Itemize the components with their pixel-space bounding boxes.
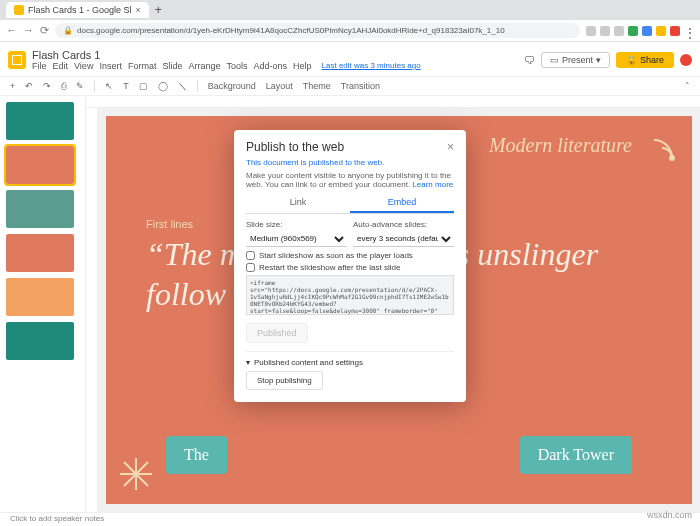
learn-more-link[interactable]: Learn more <box>412 180 453 189</box>
published-note: This document is published to the web. <box>246 158 454 167</box>
checkbox-start-slideshow[interactable]: Start slideshow as soon as the player lo… <box>246 251 454 260</box>
auto-advance-label: Auto-advance slides: <box>353 220 454 229</box>
slide-size-select[interactable]: Medium (960x569) <box>246 231 347 247</box>
published-button: Published <box>246 323 308 343</box>
chevron-down-icon[interactable]: ▾ <box>246 358 250 367</box>
publish-web-dialog: Publish to the web × This document is pu… <box>234 130 466 402</box>
checkbox-label: Restart the slideshow after the last sli… <box>259 263 400 272</box>
stop-publishing-button[interactable]: Stop publishing <box>246 371 323 390</box>
dialog-description: Make your content visible to anyone by p… <box>246 171 454 189</box>
tab-embed[interactable]: Embed <box>350 193 454 213</box>
embed-code-textarea[interactable]: <iframe src="https://docs.google.com/pre… <box>246 275 454 315</box>
auto-advance-select[interactable]: every 3 seconds (default) <box>353 231 454 247</box>
slide-size-label: Slide size: <box>246 220 347 229</box>
checkbox-label: Start slideshow as soon as the player lo… <box>259 251 413 260</box>
close-icon[interactable]: × <box>447 140 454 154</box>
dialog-title: Publish to the web <box>246 140 344 154</box>
watermark: wsxdn.com <box>647 510 692 520</box>
tab-link[interactable]: Link <box>246 193 350 213</box>
checkbox-restart-slideshow[interactable]: Restart the slideshow after the last sli… <box>246 263 454 272</box>
section-header[interactable]: Published content and settings <box>254 358 363 367</box>
